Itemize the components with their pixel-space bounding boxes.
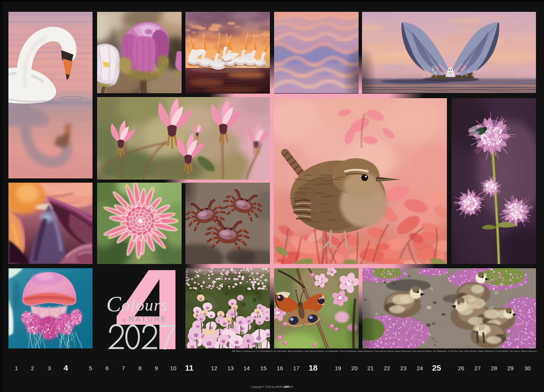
svg-text:C: C (106, 292, 122, 316)
svg-text:olours: olours (122, 296, 168, 314)
svg-text:of: of (121, 318, 126, 322)
svg-text:NATURE: NATURE (128, 315, 167, 323)
